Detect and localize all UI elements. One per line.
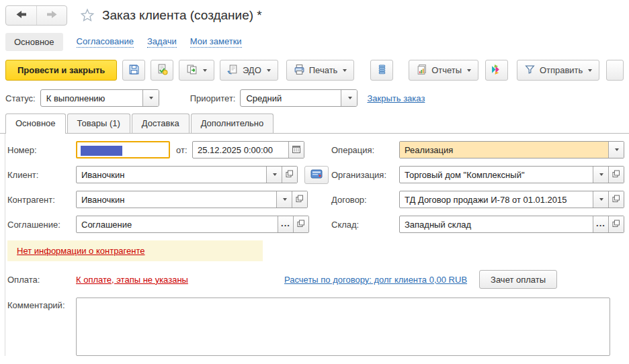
structure-button[interactable] xyxy=(370,60,393,81)
warehouse-open-button[interactable] xyxy=(608,216,624,232)
organization-open-button[interactable] xyxy=(608,167,624,183)
status-row: Статус: К выполнению Приоритет: Средний … xyxy=(0,86,629,113)
dropdown-arrow-icon xyxy=(203,69,207,72)
contract-label: Договор: xyxy=(331,195,399,205)
client-dropdown-button[interactable] xyxy=(266,167,282,183)
floppy-icon xyxy=(128,64,140,77)
payment-stages-link[interactable]: К оплате, этапы не указаны xyxy=(76,275,188,285)
date-input[interactable]: 25.12.2025 0:00:00 xyxy=(192,141,304,158)
operation-combobox[interactable]: Реализация xyxy=(399,141,624,158)
agreement-select-button[interactable]: ... xyxy=(278,216,293,232)
organization-dropdown-button[interactable] xyxy=(593,167,608,183)
organization-value: Торговый дом "Комплексный" xyxy=(400,167,593,183)
form-area: Номер: от: 25.12.2025 0:00:00 Операция: xyxy=(5,134,629,356)
payment-row: Оплата: К оплате, этапы не указаны Расче… xyxy=(5,270,629,289)
print-button-label: Печать xyxy=(309,65,338,75)
clipped-toolbar-button[interactable] xyxy=(606,60,624,81)
operation-dropdown-button[interactable] xyxy=(608,142,624,158)
dropdown-arrow-icon xyxy=(267,69,271,72)
back-button[interactable] xyxy=(6,6,36,25)
number-input[interactable] xyxy=(76,141,170,158)
open-icon xyxy=(612,220,620,230)
send-button[interactable]: Отправить xyxy=(517,60,599,81)
funnel-icon xyxy=(524,64,536,77)
print-button[interactable]: Печать xyxy=(286,60,355,81)
client-dossier-button[interactable] xyxy=(304,166,329,184)
contract-field[interactable]: ТД Договор продажи И-78 от 01.01.2015 xyxy=(399,191,624,208)
comment-label: Комментарий: xyxy=(5,298,76,310)
status-combobox[interactable]: К выполнению xyxy=(40,89,159,107)
edo-button[interactable]: ЭДО xyxy=(220,60,278,81)
nav-item-main[interactable]: Основное xyxy=(5,33,63,51)
open-icon xyxy=(612,195,620,205)
agreement-open-button[interactable] xyxy=(293,216,308,232)
no-counterparty-info-link[interactable]: Нет информации о контрагенте xyxy=(17,246,145,256)
forward-button[interactable] xyxy=(36,6,67,25)
close-order-link[interactable]: Закрыть заказ xyxy=(367,93,425,103)
form-row-client: Клиент: Иваночкин Организация: Т xyxy=(5,166,629,183)
agreement-field[interactable]: Соглашение ... xyxy=(76,216,309,233)
priority-combobox[interactable]: Средний xyxy=(240,89,358,107)
contract-open-button[interactable] xyxy=(608,191,624,208)
counterparty-dropdown-button[interactable] xyxy=(276,191,292,208)
status-label: Статус: xyxy=(5,93,36,103)
counterparty-value: Иваночкин xyxy=(77,191,276,208)
ellipsis-icon: ... xyxy=(596,218,605,231)
edo-exchange-icon xyxy=(227,64,239,77)
organization-field[interactable]: Торговый дом "Комплексный" xyxy=(399,166,624,183)
post-and-close-button[interactable]: Провести и закрыть xyxy=(5,60,117,81)
contract-dropdown-button[interactable] xyxy=(593,191,608,208)
comment-row: Комментарий: xyxy=(5,298,629,356)
reports-button[interactable]: Отчеты xyxy=(409,60,478,81)
dropdown-arrow-icon xyxy=(343,69,347,72)
nav-item-notes[interactable]: Мои заметки xyxy=(190,36,242,48)
nav-item-approval[interactable]: Согласование xyxy=(77,36,134,48)
dropdown-arrow-icon xyxy=(599,198,603,201)
status-dropdown-button[interactable] xyxy=(142,90,159,106)
client-open-button[interactable] xyxy=(282,167,297,183)
comment-input[interactable] xyxy=(76,298,610,356)
dropdown-arrow-icon xyxy=(615,148,619,151)
edo-button-label: ЭДО xyxy=(243,65,261,75)
contract-settlements-link[interactable]: Расчеты по договору: долг клиента 0,00 R… xyxy=(284,275,467,285)
tab-delivery[interactable]: Доставка xyxy=(132,113,190,133)
counterparty-field[interactable]: Иваночкин xyxy=(76,191,308,208)
priority-dropdown-button[interactable] xyxy=(341,90,357,106)
tab-extra[interactable]: Дополнительно xyxy=(191,113,274,133)
calendar-button[interactable] xyxy=(288,142,304,158)
forward-arrow-icon xyxy=(46,10,58,21)
post-document-icon xyxy=(157,64,168,77)
dropdown-arrow-icon xyxy=(149,97,153,99)
client-card-icon xyxy=(310,169,323,181)
counterparty-open-button[interactable] xyxy=(292,191,307,208)
open-icon xyxy=(297,220,305,230)
favorite-star-icon[interactable] xyxy=(79,7,95,24)
warehouse-value: Западный склад xyxy=(400,216,593,232)
save-button[interactable] xyxy=(122,60,145,81)
operation-value: Реализация xyxy=(400,142,608,158)
form-row-number: Номер: от: 25.12.2025 0:00:00 Операция: xyxy=(5,141,629,158)
copy-arrow-icon xyxy=(186,64,198,77)
page-title: Заказ клиента (создание) * xyxy=(102,8,262,23)
warehouse-select-button[interactable]: ... xyxy=(593,216,608,232)
payment-label: Оплата: xyxy=(5,275,76,285)
warehouse-label: Склад: xyxy=(331,220,399,230)
nav-links-row: Основное Согласование Задачи Мои заметки xyxy=(0,26,629,54)
page-tabs: Основное Товары (1) Доставка Дополнитель… xyxy=(0,113,629,134)
nav-item-tasks[interactable]: Задачи xyxy=(147,36,177,48)
number-label: Номер: xyxy=(5,145,76,155)
open-icon xyxy=(286,170,294,180)
dropdown-arrow-icon xyxy=(588,69,592,72)
discussions-button[interactable] xyxy=(485,60,508,81)
ellipsis-icon: ... xyxy=(281,218,290,231)
tab-goods[interactable]: Товары (1) xyxy=(67,113,130,133)
tab-main[interactable]: Основное xyxy=(5,113,66,134)
stacked-bars-icon xyxy=(376,64,388,77)
warehouse-field[interactable]: Западный склад ... xyxy=(399,216,624,233)
client-field[interactable]: Иваночкин xyxy=(76,166,298,183)
organization-label: Организация: xyxy=(331,170,399,180)
create-based-on-button[interactable] xyxy=(179,60,214,81)
payment-offset-button[interactable]: Зачет оплаты xyxy=(479,270,557,289)
post-document-button[interactable] xyxy=(151,60,173,81)
contract-value: ТД Договор продажи И-78 от 01.01.2015 xyxy=(400,191,593,208)
